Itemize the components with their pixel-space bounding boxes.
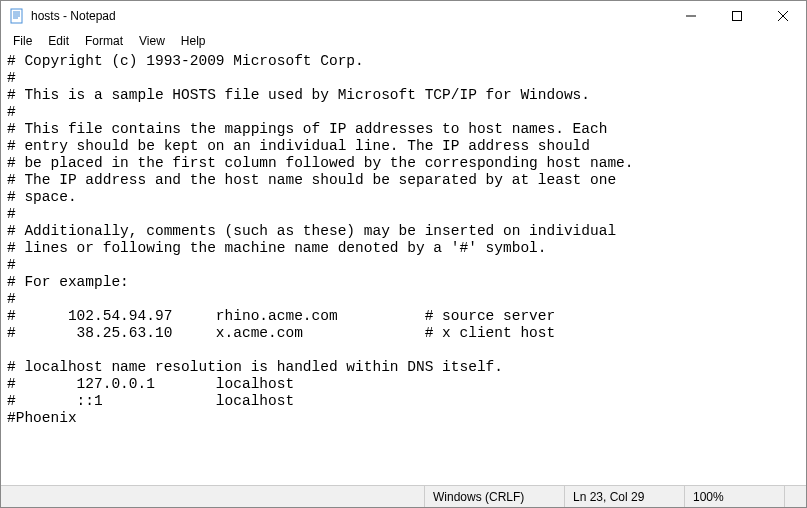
menubar: File Edit Format View Help bbox=[1, 31, 806, 51]
window-title: hosts - Notepad bbox=[29, 9, 668, 23]
svg-rect-6 bbox=[733, 12, 742, 21]
maximize-button[interactable] bbox=[714, 1, 760, 31]
status-spacer bbox=[1, 486, 424, 507]
minimize-button[interactable] bbox=[668, 1, 714, 31]
status-line-ending: Windows (CRLF) bbox=[424, 486, 564, 507]
text-editor[interactable]: # Copyright (c) 1993-2009 Microsoft Corp… bbox=[1, 51, 806, 485]
menu-format[interactable]: Format bbox=[77, 32, 131, 50]
window-controls bbox=[668, 1, 806, 31]
menu-help[interactable]: Help bbox=[173, 32, 214, 50]
close-button[interactable] bbox=[760, 1, 806, 31]
menu-view[interactable]: View bbox=[131, 32, 173, 50]
menu-edit[interactable]: Edit bbox=[40, 32, 77, 50]
status-resize-grip[interactable] bbox=[784, 486, 806, 507]
menu-file[interactable]: File bbox=[5, 32, 40, 50]
status-zoom: 100% bbox=[684, 486, 784, 507]
notepad-icon bbox=[9, 8, 25, 24]
statusbar: Windows (CRLF) Ln 23, Col 29 100% bbox=[1, 485, 806, 507]
status-cursor-position: Ln 23, Col 29 bbox=[564, 486, 684, 507]
titlebar: hosts - Notepad bbox=[1, 1, 806, 31]
